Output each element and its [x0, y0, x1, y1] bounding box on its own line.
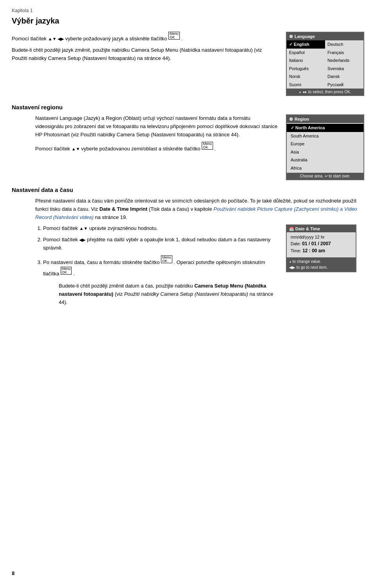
lang-deutsch: Deutsch	[325, 40, 363, 49]
datetime-panel-title: Date & Time	[287, 225, 356, 232]
region-list: North America South America Europe Asia …	[287, 123, 363, 173]
section3-body2-text: Budete-li chtít později změnit datum a č…	[59, 283, 193, 289]
datetime-panel: Date & Time mm/dd/yyyy 12 hr Date: 01 / …	[286, 224, 356, 272]
section3-title: Nastavení data a času	[12, 186, 364, 193]
language-panel: Language English Deutsch Español Françai…	[286, 32, 364, 96]
section2-period: .	[214, 146, 216, 152]
section2-para2: Pomocí tlačítek ▲▼ vyberte požadovanou z…	[35, 142, 278, 153]
section1-para2: Budete-li chtít později jazyk změnit, po…	[12, 46, 278, 63]
region-panel-title: Region	[287, 115, 363, 123]
lang-norsk: Norsk	[287, 72, 325, 81]
lang-dansk: Dansk	[325, 72, 363, 81]
page-number: 8	[12, 570, 14, 576]
datetime-panel-body: mm/dd/yyyy 12 hr Date: 01 / 01 / 2007 Ti…	[287, 232, 356, 257]
dt-date-row: Date: 01 / 01 / 2007	[291, 241, 352, 246]
section1-arrows: ▲▼ ◀▶	[48, 36, 65, 41]
section1-intro-rest: vyberte požadovaný jazyk a stiskněte tla…	[65, 36, 167, 42]
lang-english: English	[287, 40, 325, 49]
section3-body2: Budete-li chtít později změnit datum a č…	[59, 282, 278, 306]
region-asia: Asia	[287, 148, 363, 156]
region-panel: Region North America South America Europ…	[286, 114, 364, 180]
section2-text: Nastavení Language (Jazyk) a Region (Obl…	[35, 114, 278, 180]
section2-arrows: ▲▼	[72, 147, 81, 152]
region-europe: Europe	[287, 140, 363, 148]
section3-body1-end: na stránce 19.	[95, 214, 127, 220]
section3-steps-area: Pomocí tlačítek ▲▼ upravte zvýrazněnou h…	[35, 224, 278, 309]
section1-text: Pomocí tlačítek ▲▼ ◀▶ vyberte požadovaný…	[12, 32, 278, 96]
section3-bold: Date & Time Imprint	[99, 206, 149, 212]
language-panel-title: Language	[287, 33, 363, 40]
step3-text-end: .	[73, 271, 75, 277]
dt-format-value: mm/dd/yyyy 12 hr	[291, 235, 325, 239]
section3-body2-cont: (viz	[115, 291, 124, 297]
section2-title: Nastavení regionu	[12, 104, 364, 110]
region-south-america: South America	[287, 132, 363, 140]
step1-text: Pomocí tlačítek ▲▼ upravte zvýrazněnou h…	[43, 225, 158, 231]
section1-period: .	[181, 36, 183, 42]
section1-para1: Pomocí tlačítek ▲▼ ◀▶ vyberte požadovaný…	[12, 32, 278, 43]
menu-ok-icon-2: MenuOK	[202, 142, 213, 150]
step-2: Pomocí tlačítek ◀▶ přejděte na další výb…	[43, 236, 278, 252]
section3-body2-italic: Použití nabídky Camera Setup (Nastavení …	[124, 291, 249, 297]
section3-para1: Přesné nastavení data a času vám pomůže …	[35, 197, 364, 221]
step2-text: Pomocí tlačítek ◀▶ přejděte na další výb…	[43, 237, 270, 251]
region-africa: Africa	[287, 164, 363, 172]
datetime-panel-container: Date & Time mm/dd/yyyy 12 hr Date: 01 / …	[286, 224, 364, 309]
menu-ok-icon-3: MenuOK	[161, 255, 172, 263]
dt-footer-1: ⬧ to change value.	[289, 259, 353, 264]
section1-title: Výběr jazyka	[12, 16, 364, 25]
dt-time-row: Time: 12 : 00 am	[291, 248, 352, 253]
lang-francais: Français	[325, 49, 363, 57]
region-australia: Australia	[287, 156, 363, 164]
lang-suomi: Suomi	[287, 81, 325, 89]
dt-time-value: 12 : 00 am	[302, 248, 325, 253]
region-north-america: North America	[287, 124, 363, 132]
step3-text-prefix: Po nastavení data, času a formátu stiskn…	[43, 259, 161, 265]
steps-list: Pomocí tlačítek ▲▼ upravte zvýrazněnou h…	[43, 224, 278, 278]
lang-italiano: Italiano	[287, 56, 325, 65]
dt-format-row: mm/dd/yyyy 12 hr	[291, 235, 352, 239]
lang-nederlands: Nederlands	[325, 56, 363, 65]
language-panel-footer: ⬧ ◀▶ to select, then press OK.	[287, 89, 363, 95]
dt-date-value: 01 / 01 / 2007	[302, 241, 331, 246]
lang-espanol: Español	[287, 49, 325, 57]
chapter-label: Kapitola 1	[12, 8, 364, 13]
region-panel-footer: Choose area. ↩ to start over.	[287, 173, 363, 179]
lang-svenska: Svenska	[325, 65, 363, 73]
section3-text: Přesné nastavení data a času vám pomůže …	[35, 197, 364, 221]
section2-para1: Nastavení Language (Jazyk) a Region (Obl…	[35, 114, 278, 139]
section1-intro: Pomocí tlačítek	[12, 36, 47, 42]
section2-body2-prefix: Pomocí tlačítek	[35, 146, 70, 152]
language-grid: English Deutsch Español Français Italian…	[287, 40, 363, 89]
dt-time-label: Time:	[291, 248, 301, 253]
menu-ok-icon-4: MenuOK	[61, 267, 72, 275]
lang-portugues: Português	[287, 65, 325, 73]
dt-date-label: Date:	[291, 241, 301, 246]
section3-body1-cont: (Tisk data a času) v kapitole	[149, 206, 212, 212]
step-1: Pomocí tlačítek ▲▼ upravte zvýrazněnou h…	[43, 224, 278, 233]
section2-body2-rest: vyberte požadovanou zemi/oblast a stiskn…	[81, 146, 200, 152]
section3-para2: Budete-li chtít později změnit datum a č…	[59, 282, 278, 306]
lang-russian: Русский	[325, 81, 363, 89]
menu-ok-icon-1: MenuOK	[168, 32, 180, 40]
step-3: Po nastavení data, času a formátu stiskn…	[43, 255, 278, 278]
datetime-panel-footer: ⬧ to change value. ◀▶ to go to next item…	[287, 257, 356, 271]
dt-footer-2: ◀▶ to go to next item.	[289, 264, 353, 270]
